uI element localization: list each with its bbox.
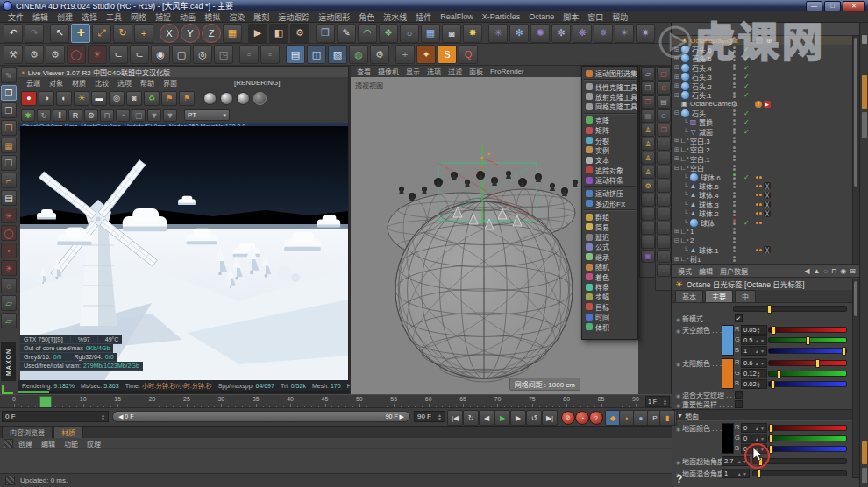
- attr-value-field[interactable]: 1▲ ▼: [722, 469, 750, 478]
- tab-主要[interactable]: 主要: [705, 290, 733, 302]
- toolbar-interactive-render-region-icon[interactable]: ▧: [328, 45, 347, 64]
- viewport-menu-过滤[interactable]: 过滤: [445, 67, 466, 76]
- toolbar-edges-mode-icon[interactable]: ▢: [172, 45, 191, 64]
- viewport-menu-显示[interactable]: 显示: [402, 67, 423, 76]
- visibility-dots[interactable]: [733, 228, 736, 235]
- tree-expander[interactable]: ⊞: [673, 92, 680, 99]
- palette-clipboard-icon[interactable]: ▤: [657, 95, 671, 109]
- viewport-menu-摄像机[interactable]: 摄像机: [374, 67, 402, 76]
- visibility-dots[interactable]: [733, 192, 736, 199]
- toolbar-coord-system-icon[interactable]: ▦: [223, 24, 242, 43]
- render-preview[interactable]: GTX 750[T][S]%9749°C Out-of-core used/ma…: [20, 126, 348, 382]
- mode-ramp-green-1-icon[interactable]: ▱: [1, 295, 17, 311]
- toolbar-points-mode-icon[interactable]: ◉: [151, 45, 170, 64]
- am-menu-模式[interactable]: 模式: [675, 266, 694, 276]
- enable-check-icon[interactable]: ✓: [743, 54, 750, 62]
- toolbar-move-tool-icon[interactable]: ✚: [71, 24, 90, 43]
- visibility-dots[interactable]: [733, 219, 736, 226]
- mograph-item-继承[interactable]: 继承: [582, 252, 637, 262]
- materials-menu-纹理[interactable]: 纹理: [83, 439, 104, 448]
- channel-value-field[interactable]: 0▲ ▼: [741, 434, 767, 443]
- color-swatch[interactable]: [722, 325, 734, 356]
- tree-expander[interactable]: ⊞: [673, 82, 680, 89]
- palette-character-2-icon[interactable]: ♙: [641, 138, 655, 151]
- side-tab-gray-2[interactable]: [862, 468, 867, 483]
- toolbar-magnifier-red-icon[interactable]: Q: [459, 45, 478, 64]
- menubar-item-Octane[interactable]: Octane: [524, 12, 559, 21]
- menubar-item-动画[interactable]: 动画: [175, 11, 200, 23]
- mode-red-ring-icon[interactable]: ◯: [1, 225, 17, 241]
- menubar-item-网格[interactable]: 网格: [126, 11, 151, 23]
- channel-value-field[interactable]: 0.05▲ ▼: [741, 325, 767, 335]
- toolbar-render-active-view-icon[interactable]: ◫: [307, 45, 326, 64]
- tag-x-icon[interactable]: ╳: [764, 210, 771, 217]
- frame-increment-field[interactable]: 1 F▲▼: [645, 396, 670, 407]
- enable-check-icon[interactable]: ✓: [743, 109, 750, 117]
- mode-gradient-bars-icon[interactable]: ▤: [1, 190, 17, 206]
- toolbar-lock-y-axis-icon[interactable]: Y: [181, 24, 200, 43]
- mograph-item-时间[interactable]: 时间: [582, 312, 637, 321]
- channel-slider-track[interactable]: [768, 337, 847, 343]
- attr-slider-track[interactable]: [752, 470, 847, 476]
- mode-red-dot-icon[interactable]: •: [1, 243, 17, 258]
- toolbar-render-view-icon[interactable]: ▶: [248, 24, 267, 43]
- record-clock-button[interactable]: ◔: [575, 411, 589, 425]
- tag-od-icon[interactable]: [755, 201, 762, 208]
- visibility-dots[interactable]: [733, 119, 736, 126]
- stepper-icon[interactable]: ▲ ▼: [757, 371, 765, 378]
- menubar-item-X-Particles[interactable]: X-Particles: [478, 12, 525, 21]
- stepper-icon[interactable]: ▲ ▼: [755, 349, 765, 353]
- object-row-球体.2[interactable]: └▲球体.2╳: [672, 208, 859, 217]
- loop-button[interactable]: ↻: [463, 410, 479, 426]
- menubar-item-窗口[interactable]: 窗口: [583, 11, 608, 23]
- toolbar-light-object-icon[interactable]: ✸: [463, 24, 482, 43]
- tag-x-icon[interactable]: ╳: [764, 192, 771, 199]
- menubar-item-捕捉[interactable]: 捕捉: [151, 11, 175, 23]
- visibility-dots[interactable]: [733, 64, 736, 71]
- search-icon[interactable]: ◌: [823, 267, 828, 275]
- visibility-dots[interactable]: [733, 46, 736, 53]
- record-param-button[interactable]: ?: [589, 411, 603, 425]
- viewer-pin-orange-2-icon[interactable]: ⚑: [179, 91, 195, 106]
- object-row-球体.1[interactable]: └▲球体.1╳: [672, 245, 859, 254]
- visibility-dots[interactable]: [733, 55, 736, 62]
- channel-value-field[interactable]: 0.6▲ ▼: [741, 358, 767, 368]
- palette-character-3-icon[interactable]: ♙: [641, 152, 655, 165]
- mograph-item-样条[interactable]: 样条: [582, 282, 637, 292]
- visibility-dots[interactable]: [733, 173, 736, 180]
- tree-expander[interactable]: └: [682, 210, 689, 216]
- object-row-减面[interactable]: └▽减面✓: [672, 127, 859, 136]
- toolbar-polygons-mode-icon[interactable]: ◎: [193, 45, 212, 64]
- mograph-item-公式[interactable]: 公式: [582, 242, 637, 251]
- visibility-dots[interactable]: [733, 237, 736, 244]
- maximize-button[interactable]: □: [824, 1, 841, 11]
- palette-disabled-14-icon[interactable]: ▫: [657, 264, 671, 277]
- viewer-record-button-icon[interactable]: ●: [21, 91, 37, 106]
- live-viewer-menu-界面[interactable]: 界面: [159, 78, 181, 88]
- toolbar-texture-sphere-icon[interactable]: ◍: [349, 45, 368, 64]
- palette-disabled-5-icon[interactable]: ▫: [657, 138, 671, 151]
- enable-check-icon[interactable]: ✓: [743, 118, 750, 126]
- toolbar-octane-s-logo-icon[interactable]: S: [438, 45, 457, 64]
- play-button[interactable]: ▶: [494, 410, 510, 426]
- viewer-camera-toggle-icon[interactable]: ◙: [126, 91, 142, 106]
- visibility-dots[interactable]: [733, 137, 736, 144]
- slider-handle[interactable]: [767, 305, 772, 314]
- menubar-item-角色[interactable]: 角色: [354, 11, 379, 23]
- object-row-置换[interactable]: └▨置换✓: [672, 118, 859, 127]
- object-row-球体.5[interactable]: └▲球体.5╳: [672, 181, 859, 190]
- toolbar-floor-object-icon[interactable]: ▦: [421, 24, 440, 43]
- channel-value-field[interactable]: 0.02▲ ▼: [741, 379, 767, 389]
- toolbar-particles-5-icon[interactable]: ❋: [573, 24, 592, 43]
- side-search-icon[interactable]: [862, 35, 867, 44]
- viewport-menu-选项[interactable]: 选项: [423, 67, 445, 76]
- current-frame-field[interactable]: 0 F▲▼: [2, 411, 109, 422]
- slider-handle[interactable]: [769, 424, 773, 433]
- channel-slider-track[interactable]: [768, 381, 847, 387]
- palette-cc-red-icon[interactable]: C: [657, 81, 671, 95]
- palette-tv-red-icon[interactable]: ▢: [657, 67, 671, 81]
- channel-slider-track[interactable]: [768, 435, 847, 441]
- attr-checkbox[interactable]: ✓: [735, 314, 743, 322]
- palette-disabled-7-icon[interactable]: ▫: [657, 166, 671, 179]
- tag-od-icon[interactable]: [755, 219, 762, 226]
